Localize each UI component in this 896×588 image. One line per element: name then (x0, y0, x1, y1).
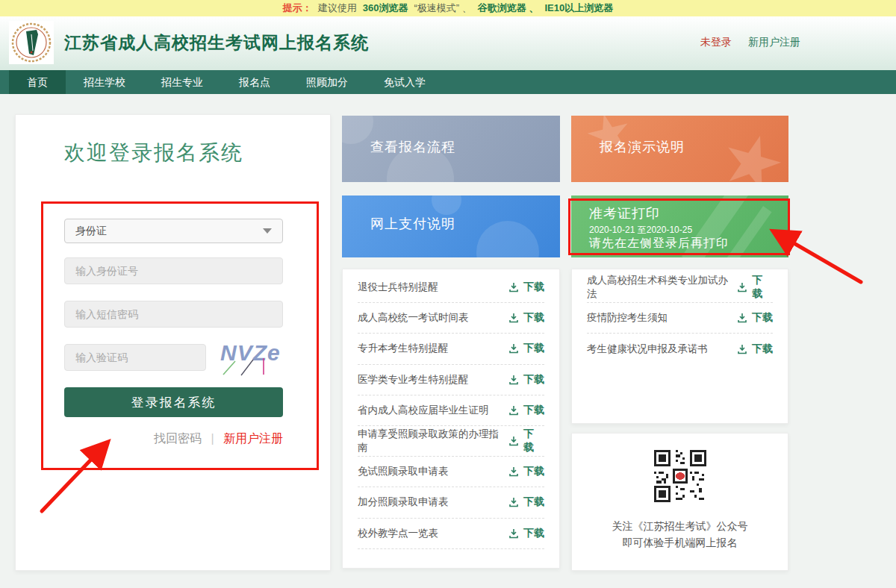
download-row: 成人高校统一考试时间表 下载 (358, 303, 544, 334)
sms-password-input[interactable] (64, 301, 283, 328)
download-row: 成人高校招生术科类专业加试办法 下载 (587, 272, 773, 303)
download-icon (737, 313, 747, 323)
captcha-image[interactable]: NVZe (216, 339, 286, 376)
download-row: 退役士兵特别提醒 下载 (358, 272, 544, 303)
hint-browser-chrome: 谷歌浏览器 、 (478, 1, 539, 15)
download-link[interactable]: 下载 (508, 527, 544, 540)
main-nav: 首页 招生学校 招生专业 报名点 照顾加分 免试入学 (0, 70, 896, 94)
download-label: 下载 (523, 281, 544, 294)
download-title: 成人高校招生术科类专业加试办法 (587, 274, 737, 301)
nav-majors[interactable]: 招生专业 (143, 70, 221, 94)
login-title: 欢迎登录报名系统 (64, 139, 243, 167)
download-label: 下载 (523, 342, 544, 355)
hint-advice: 建议使用 (318, 1, 357, 15)
download-link[interactable]: 下载 (508, 404, 544, 417)
download-title: 疫情防控考生须知 (587, 311, 668, 325)
banner-view-process[interactable]: 查看报名流程 (342, 116, 560, 182)
register-link-top[interactable]: 新用户注册 (748, 36, 800, 48)
download-title: 专升本考生特别提醒 (358, 342, 449, 355)
hint-browser-ie: IE10以上浏览器 (544, 1, 613, 15)
download-row: 申请享受照顾录取政策的办理指南 下载 (358, 426, 544, 457)
login-submit-button[interactable]: 登录报名系统 (64, 387, 283, 417)
download-row: 专升本考生特别提醒 下载 (358, 334, 544, 364)
download-label: 下载 (523, 428, 544, 454)
download-link[interactable]: 下载 (508, 373, 544, 387)
download-title: 考生健康状况申报及承诺书 (587, 343, 708, 356)
banner-decoration (342, 116, 373, 144)
login-panel: 欢迎登录报名系统 身份证 NVZe 登录报名系统 找回密码 | 新用户注册 (15, 114, 331, 571)
emblem-icon (11, 22, 52, 63)
id-type-select[interactable]: 身份证 (64, 219, 283, 243)
download-link[interactable]: 下载 (737, 311, 773, 325)
download-label: 下载 (523, 311, 544, 325)
banner-admission-ticket-print[interactable]: 准考证打印 2020-10-21 至2020-10-25 请先在左侧登录后再打印 (571, 196, 788, 257)
browser-hint-bar: 提示： 建议使用 360浏览器 “极速模式” 、 谷歌浏览器 、 IE10以上浏… (0, 0, 896, 16)
header-links: 未登录 新用户注册 (700, 36, 800, 49)
chevron-down-icon (263, 228, 272, 234)
id-number-input[interactable] (64, 257, 283, 284)
download-list-right: 成人高校招生术科类专业加试办法 下载 疫情防控考生须知 下载 考生健康状况申报及… (571, 269, 788, 424)
print-date-range: 2020-10-21 至2020-10-25 (589, 224, 692, 237)
download-link[interactable]: 下载 (508, 342, 544, 355)
nav-registration-points[interactable]: 报名点 (221, 70, 288, 94)
star-icon: ★ (710, 116, 788, 182)
login-status: 未登录 (700, 36, 732, 48)
download-icon (508, 313, 519, 323)
download-link[interactable]: 下载 (737, 274, 773, 301)
nav-exemption[interactable]: 免试入学 (366, 70, 444, 94)
download-icon (508, 343, 519, 354)
download-icon (737, 282, 747, 293)
banner-online-payment[interactable]: 网上支付说明 (342, 196, 560, 257)
download-title: 校外教学点一览表 (358, 527, 438, 540)
download-row: 疫情防控考生须知 下载 (587, 303, 773, 334)
page-title: 江苏省成人高校招生考试网上报名系统 (64, 31, 369, 54)
nav-schools[interactable]: 招生学校 (66, 70, 143, 94)
qr-code (654, 450, 706, 502)
hint-prefix: 提示： (283, 1, 312, 15)
download-label: 下载 (752, 311, 773, 325)
banner-title: 网上支付说明 (370, 215, 455, 233)
download-link[interactable]: 下载 (508, 311, 544, 325)
download-title: 成人高校统一考试时间表 (358, 311, 469, 325)
site-logo (9, 21, 54, 64)
download-label: 下载 (752, 343, 773, 356)
download-row: 省内成人高校应届毕业生证明 下载 (358, 395, 544, 426)
banner-decoration (476, 221, 539, 257)
download-icon (508, 282, 519, 293)
download-label: 下载 (523, 404, 544, 417)
qr-caption-line1: 关注《江苏招生考试》公众号 (572, 520, 788, 534)
nav-bonus-points[interactable]: 照顾加分 (288, 70, 366, 94)
forgot-password-link[interactable]: 找回密码 (154, 432, 202, 445)
download-row: 校外教学点一览表 下载 (358, 519, 544, 549)
nav-home[interactable]: 首页 (9, 70, 66, 94)
download-link[interactable]: 下载 (508, 428, 544, 454)
download-icon (508, 375, 519, 385)
register-link-form[interactable]: 新用户注册 (223, 432, 283, 445)
print-banner-title: 准考证打印 (589, 204, 660, 222)
download-icon (508, 466, 519, 477)
captcha-noise-lines (216, 339, 286, 376)
banner-demo-instructions[interactable]: ★ ★ 报名演示说明 (571, 116, 788, 182)
page-header: 江苏省成人高校招生考试网上报名系统 未登录 新用户注册 (0, 16, 896, 70)
download-title: 医学类专业考生特别提醒 (358, 373, 469, 387)
download-icon (508, 528, 519, 539)
hint-browser-360: 360浏览器 (363, 1, 408, 15)
banner-decoration (432, 196, 461, 215)
download-title: 加分照顾录取申请表 (358, 495, 449, 509)
id-type-value: 身份证 (75, 225, 107, 238)
download-icon (508, 497, 519, 507)
link-separator: | (211, 432, 214, 445)
download-link[interactable]: 下载 (508, 281, 544, 294)
download-title: 免试照顾录取申请表 (358, 465, 449, 478)
captcha-input[interactable] (64, 344, 206, 371)
download-link[interactable]: 下载 (737, 343, 773, 356)
download-link[interactable]: 下载 (508, 465, 544, 478)
download-icon (508, 436, 519, 446)
download-link[interactable]: 下载 (508, 495, 544, 509)
download-row: 加分照顾录取申请表 下载 (358, 487, 544, 518)
download-list-left: 退役士兵特别提醒 下载 成人高校统一考试时间表 下载 专升本考生特别提醒 下载 … (342, 269, 560, 569)
download-label: 下载 (752, 274, 773, 301)
banner-title: 报名演示说明 (600, 138, 685, 156)
download-label: 下载 (523, 465, 544, 478)
login-links: 找回密码 | 新用户注册 (64, 431, 283, 447)
